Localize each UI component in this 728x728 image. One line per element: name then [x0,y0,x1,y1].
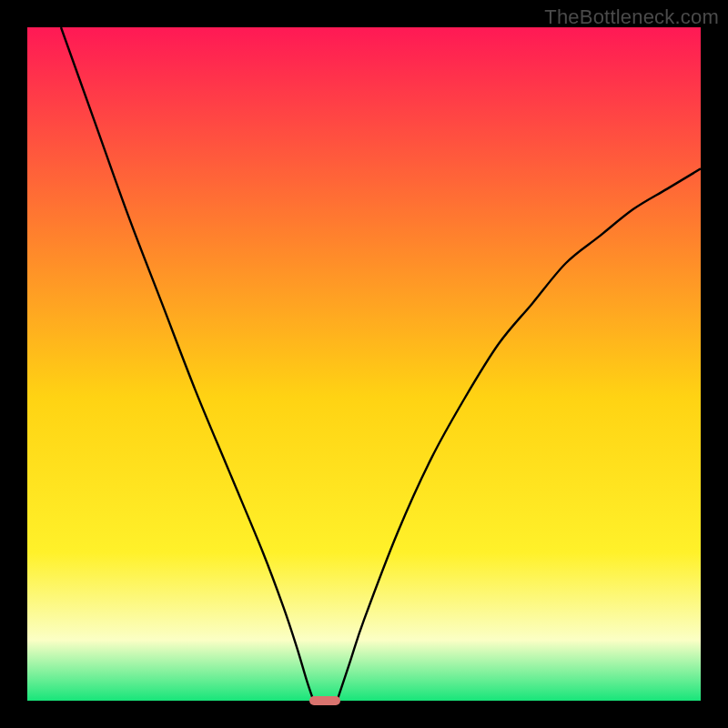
curve-layer [27,27,701,701]
right-branch-curve [337,168,701,701]
watermark-text: TheBottleneck.com [544,5,719,29]
bottleneck-indicator [309,696,339,705]
chart-container: TheBottleneck.com [0,0,728,728]
plot-area [27,27,701,701]
left-branch-curve [61,27,314,701]
